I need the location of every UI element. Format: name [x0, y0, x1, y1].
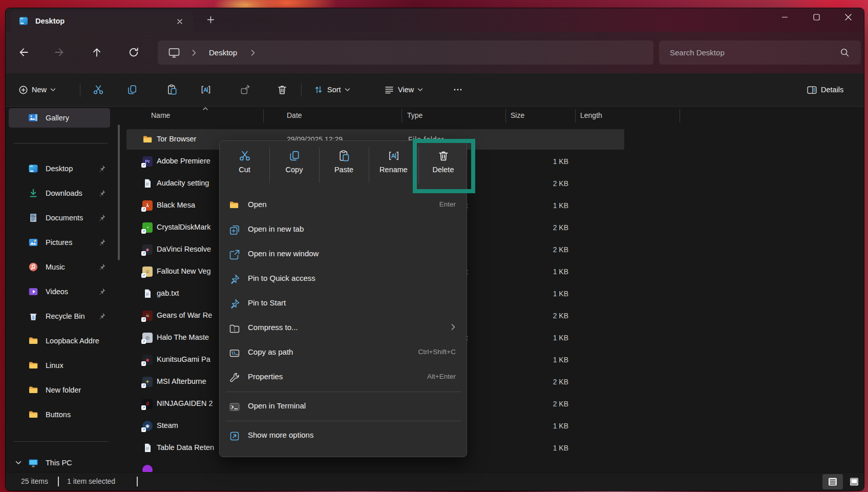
- context-quick-cut[interactable]: Cut: [220, 141, 269, 189]
- shortcut-arrow-badge: ↗: [141, 229, 146, 234]
- sidebar-item-label: Linux: [46, 361, 63, 370]
- sidebar-item-recycle-bin[interactable]: Recycle Bin: [9, 306, 110, 326]
- sidebar-item-music[interactable]: Music: [9, 257, 110, 277]
- rename-button[interactable]: A: [195, 80, 217, 99]
- search-box[interactable]: Search Desktop: [659, 40, 861, 65]
- file-icon: ☠↗: [142, 311, 153, 321]
- svg-text:A: A: [391, 153, 395, 159]
- new-tab-button[interactable]: [204, 13, 218, 27]
- sidebar-item-desktop[interactable]: Desktop: [9, 159, 110, 178]
- sidebar-item-new-folder[interactable]: New folder: [9, 380, 110, 400]
- sidebar-item-label: This PC: [46, 459, 72, 467]
- details-pane-button[interactable]: Details: [802, 80, 848, 99]
- back-button[interactable]: [14, 43, 32, 61]
- context-menu-item-pin-to-quick-access[interactable]: Pin to Quick access: [222, 267, 465, 292]
- shortcut-arrow-badge: ↗: [141, 339, 146, 344]
- column-headers: Name Date Type Size Length: [123, 107, 864, 126]
- sidebar-item-videos[interactable]: Videos: [9, 282, 110, 301]
- context-quick-rename[interactable]: A Rename: [369, 141, 418, 189]
- copy-button[interactable]: [121, 80, 143, 99]
- file-size: 1 KB: [517, 334, 568, 342]
- doc-icon: [142, 443, 153, 453]
- minimize-button[interactable]: [769, 8, 800, 26]
- column-header-date[interactable]: Date: [287, 111, 302, 119]
- delete-button[interactable]: [271, 80, 293, 99]
- shortcut-arrow-badge: ↗: [141, 361, 146, 366]
- context-menu-item-properties[interactable]: Properties Alt+Enter: [222, 365, 465, 390]
- shortcut-arrow-badge: ↗: [141, 317, 146, 322]
- column-header-name[interactable]: Name: [151, 111, 170, 119]
- context-quick-copy[interactable]: Copy: [269, 141, 319, 189]
- file-icon: [142, 443, 153, 453]
- details-view-toggle[interactable]: [822, 474, 843, 489]
- details-view-icon: [827, 476, 838, 487]
- file-size: 2 KB: [517, 245, 568, 254]
- close-button[interactable]: [832, 8, 864, 26]
- trash-icon: [277, 84, 288, 95]
- context-menu-item-open-in-new-window[interactable]: Open in new window: [222, 242, 465, 267]
- context-menu-item-show-more-options[interactable]: Show more options: [222, 424, 465, 448]
- file-size: 1 KB: [517, 290, 568, 298]
- svg-text:A: A: [203, 87, 207, 93]
- cut-button[interactable]: [88, 80, 109, 99]
- new-button[interactable]: New: [14, 80, 60, 99]
- context-menu-item-label: Pin to Start: [248, 298, 286, 307]
- more-options-button[interactable]: [447, 80, 469, 99]
- context-menu-item-copy-as-path[interactable]: Copy as path Ctrl+Shift+C: [222, 341, 465, 365]
- breadcrumb-chevron-icon-2[interactable]: [250, 49, 256, 56]
- this-pc-monitor-icon[interactable]: [168, 47, 180, 58]
- context-menu-item-open-in-new-tab[interactable]: Open in new tab: [222, 218, 465, 242]
- search-placeholder: Search Desktop: [670, 48, 725, 57]
- context-quick-paste[interactable]: Paste: [319, 141, 369, 189]
- context-menu-item-compress-to-[interactable]: Compress to...: [222, 316, 465, 341]
- search-icon[interactable]: [840, 48, 850, 57]
- chevron-down-icon[interactable]: [15, 459, 22, 466]
- sidebar-item-buttons[interactable]: Buttons: [9, 405, 110, 424]
- refresh-button[interactable]: [124, 43, 143, 61]
- selected-count: 1 item selected: [67, 477, 115, 485]
- app-icon: ☠↗: [142, 311, 153, 321]
- details-pane-icon: [807, 85, 817, 95]
- maximize-button[interactable]: [800, 8, 832, 26]
- column-header-length[interactable]: Length: [580, 111, 602, 119]
- sidebar-item-loopback-addre[interactable]: Loopback Addre: [9, 331, 110, 351]
- details-button-label: Details: [821, 86, 843, 94]
- thumbnail-view-toggle[interactable]: [844, 474, 864, 489]
- view-button[interactable]: View: [379, 80, 428, 99]
- sort-button[interactable]: Sort: [309, 80, 355, 99]
- address-bar[interactable]: Desktop: [158, 40, 653, 65]
- forward-button[interactable]: [51, 43, 69, 61]
- command-bar: New A Sort View: [6, 73, 864, 107]
- context-menu-item-pin-to-start[interactable]: Pin to Start: [222, 292, 465, 316]
- column-header-type[interactable]: Type: [407, 111, 422, 119]
- file-name: Tor Browser: [157, 135, 196, 143]
- tab-desktop[interactable]: Desktop: [11, 11, 193, 32]
- rename-icon: A: [200, 84, 211, 95]
- doc-icon: [142, 289, 153, 299]
- view-button-label: View: [398, 86, 414, 94]
- folder-icon: [28, 385, 38, 395]
- sidebar-item-linux[interactable]: Linux: [9, 356, 110, 375]
- sidebar-item-this-pc[interactable]: This PC: [9, 453, 110, 473]
- tab-close-icon[interactable]: [174, 15, 186, 28]
- sort-button-label: Sort: [327, 86, 341, 94]
- shortcut-arrow-badge: ↗: [141, 383, 146, 388]
- file-name: CrystalDiskMark: [157, 223, 211, 231]
- breadcrumb-desktop[interactable]: Desktop: [209, 48, 237, 57]
- sidebar-item-gallery[interactable]: Gallery: [9, 108, 110, 128]
- sidebar-item-documents[interactable]: Documents: [9, 208, 110, 228]
- app-glyph: ◉: [145, 423, 150, 428]
- recycle-icon: [28, 311, 38, 321]
- file-explorer-window: Desktop: [6, 8, 864, 490]
- column-header-size[interactable]: Size: [511, 111, 524, 119]
- folder-icon: [28, 336, 38, 346]
- sidebar-item-pictures[interactable]: Pictures: [9, 233, 110, 252]
- file-icon: Pr↗: [142, 156, 153, 167]
- context-menu-item-open[interactable]: Open Enter: [222, 193, 465, 218]
- sidebar-scrollbar[interactable]: [118, 125, 120, 260]
- up-button[interactable]: [88, 43, 106, 61]
- paste-button[interactable]: [161, 80, 183, 99]
- sidebar-item-downloads[interactable]: Downloads: [9, 183, 110, 203]
- share-button[interactable]: [235, 80, 256, 99]
- context-menu-item-open-in-terminal[interactable]: Open in Terminal: [222, 395, 465, 419]
